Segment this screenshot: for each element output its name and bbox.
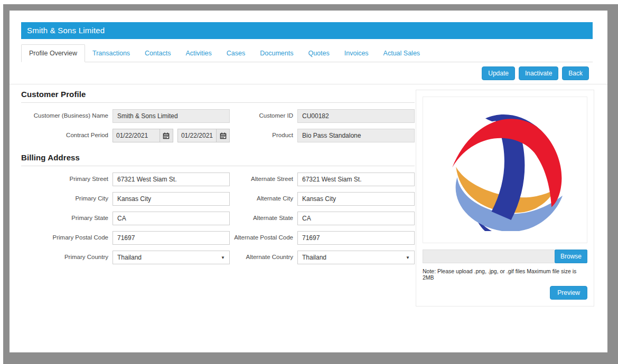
update-button[interactable]: Update — [482, 66, 515, 80]
alternate-street-field[interactable] — [297, 173, 415, 186]
chevron-down-icon: ▼ — [406, 255, 410, 260]
primary-city-label: Primary City — [21, 195, 108, 202]
primary-city-field[interactable] — [113, 192, 230, 206]
browse-button[interactable]: Browse — [555, 250, 587, 263]
contract-period-fields: 01/22/2021 — [113, 129, 230, 142]
alternate-city-label: Alternate City — [234, 195, 293, 202]
contract-start-field[interactable]: 01/22/2021 — [113, 129, 173, 142]
page-content: Smith & Sons Limited Profile Overview Tr… — [10, 11, 607, 352]
customer-id-label: Customer ID — [234, 112, 293, 119]
primary-postal-code-field[interactable] — [113, 231, 230, 245]
form-row: Primary State Alternate State — [21, 212, 415, 225]
tab-cases[interactable]: Cases — [219, 45, 252, 62]
alternate-postal-code-label: Alternate Postal Code — [234, 234, 293, 241]
calendar-icon — [220, 132, 227, 139]
contract-start-calendar-button[interactable] — [160, 129, 173, 142]
form-row: Primary Street Alternate Street — [21, 173, 415, 186]
logo-file-path-input[interactable] — [423, 250, 555, 263]
tab-documents[interactable]: Documents — [252, 45, 301, 62]
product-field[interactable] — [297, 129, 415, 142]
contract-start-value: 01/22/2021 — [113, 132, 160, 139]
customer-profile-heading: Customer Profile — [21, 90, 415, 103]
billing-address-heading: Billing Address — [21, 153, 415, 166]
upload-note: Note: Please upload .png, .jpg, or .gif … — [423, 268, 587, 281]
preview-row: Preview — [423, 286, 587, 300]
customer-title-bar: Smith & Sons Limited — [21, 22, 593, 39]
contract-end-calendar-button[interactable] — [216, 129, 229, 142]
calendar-icon — [163, 132, 170, 139]
primary-country-select[interactable]: Thailand ▼ — [113, 251, 230, 264]
product-label: Product — [234, 132, 293, 139]
form-row: Contract Period 01/22/2021 — [21, 129, 415, 142]
alternate-country-select[interactable]: Thailand ▼ — [297, 251, 415, 264]
customer-title-text: Smith & Sons Limited — [27, 26, 105, 35]
tab-contacts[interactable]: Contacts — [137, 45, 178, 62]
alternate-country-value: Thailand — [302, 254, 406, 261]
primary-country-value: Thailand — [117, 254, 221, 261]
company-logo — [444, 109, 566, 231]
tab-bar: Profile Overview Transactions Contacts A… — [21, 44, 593, 62]
logo-file-row: Browse — [423, 250, 587, 263]
tab-actual-sales[interactable]: Actual Sales — [376, 45, 427, 62]
inactivate-button[interactable]: Inactivate — [519, 66, 558, 80]
billing-address-section: Primary Street Alternate Street Primary … — [21, 173, 415, 264]
logo-upload-panel: Browse Note: Please upload .png, .jpg, o… — [416, 90, 594, 306]
alternate-street-label: Alternate Street — [234, 176, 293, 183]
primary-street-field[interactable] — [113, 173, 230, 186]
contract-period-label: Contract Period — [21, 132, 108, 139]
customer-profile-section: Customer (Business) Name Customer ID Con… — [21, 109, 415, 142]
tab-activities[interactable]: Activities — [178, 45, 219, 62]
chevron-down-icon: ▼ — [221, 255, 225, 260]
company-logo-preview-box — [423, 97, 587, 243]
alternate-city-field[interactable] — [297, 192, 415, 206]
form-row: Primary Country Thailand ▼ Alternate Cou… — [21, 251, 415, 264]
form-row: Customer (Business) Name Customer ID — [21, 109, 415, 123]
contract-end-value: 01/22/2021 — [178, 132, 216, 139]
customer-name-field[interactable] — [113, 109, 230, 123]
back-button[interactable]: Back — [562, 66, 589, 80]
tab-invoices[interactable]: Invoices — [337, 45, 376, 62]
alternate-country-label: Alternate Country — [234, 254, 293, 261]
tab-transactions[interactable]: Transactions — [85, 45, 137, 62]
alternate-postal-code-field[interactable] — [297, 231, 415, 245]
form-row: Primary Postal Code Alternate Postal Cod… — [21, 231, 415, 245]
action-toolbar: Update Inactivate Back — [10, 62, 607, 84]
primary-street-label: Primary Street — [21, 176, 108, 183]
customer-id-field[interactable] — [297, 109, 415, 123]
preview-button[interactable]: Preview — [550, 286, 587, 300]
primary-state-field[interactable] — [113, 212, 230, 225]
customer-name-label: Customer (Business) Name — [21, 112, 108, 119]
primary-postal-code-label: Primary Postal Code — [21, 234, 108, 241]
profile-form-column: Customer Profile Customer (Business) Nam… — [21, 90, 415, 275]
primary-country-label: Primary Country — [21, 254, 108, 261]
contract-end-field[interactable]: 01/22/2021 — [177, 129, 230, 142]
form-row: Primary City Alternate City — [21, 192, 415, 206]
tab-profile-overview[interactable]: Profile Overview — [21, 44, 85, 62]
alternate-state-field[interactable] — [297, 212, 415, 225]
alternate-state-label: Alternate State — [234, 215, 293, 222]
primary-state-label: Primary State — [21, 215, 108, 222]
tab-quotes[interactable]: Quotes — [301, 45, 336, 62]
